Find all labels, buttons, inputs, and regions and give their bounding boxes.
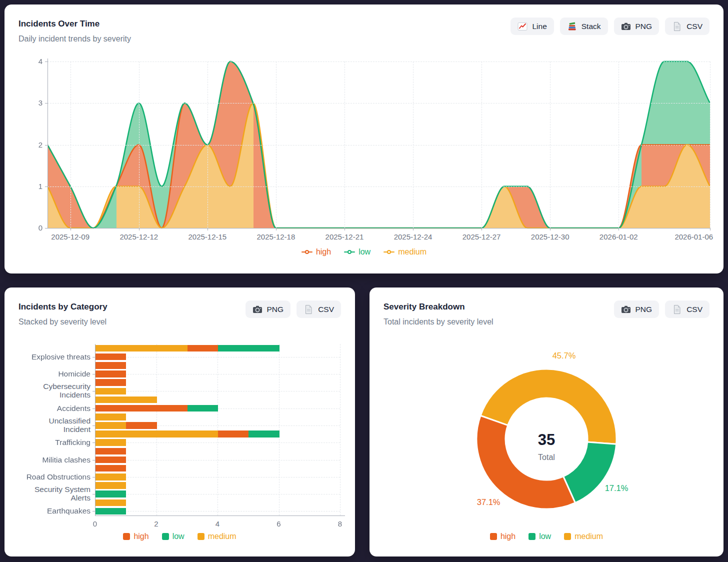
category-label: Homicide <box>58 370 90 378</box>
button-label: PNG <box>636 22 652 31</box>
legend-item-low[interactable]: low <box>162 532 184 541</box>
bar-segment-high[interactable] <box>188 345 218 352</box>
x-axis-tick <box>413 228 414 230</box>
donut-slice-high[interactable] <box>476 416 575 509</box>
y-axis-tick <box>45 228 48 228</box>
x-axis-label: 6 <box>276 520 280 528</box>
bar-segment-high[interactable] <box>96 370 126 378</box>
x-axis-label: 2025-12-18 <box>257 232 296 241</box>
gridline-horizontal <box>95 442 340 443</box>
legend-label: low <box>358 248 370 256</box>
legend-marker-dot <box>348 250 352 254</box>
csv-button[interactable]: CSV <box>296 300 341 318</box>
bar-segment-high[interactable] <box>218 430 248 438</box>
card-subtitle: Stacked by severity level <box>18 318 106 326</box>
category-label: Trafficking <box>55 438 90 447</box>
y-axis-line <box>95 344 96 516</box>
bar-segment-low[interactable] <box>96 490 126 498</box>
category-label: Security System Alerts <box>24 486 90 502</box>
bar-segment-medium[interactable] <box>96 439 126 446</box>
x-axis-label: 2 <box>154 520 158 528</box>
legend-item-high[interactable]: high <box>302 248 331 256</box>
gridline-vertical <box>344 62 345 228</box>
bar-segment-medium[interactable] <box>96 430 218 438</box>
gridline-vertical <box>139 62 140 228</box>
bar-segment-medium[interactable] <box>96 474 126 480</box>
bar-segment-medium[interactable] <box>96 345 188 352</box>
y-axis-tick <box>45 103 48 104</box>
gridline-vertical <box>218 344 218 516</box>
legend-marker-dot <box>387 250 391 254</box>
line-button[interactable]: Line <box>510 18 554 35</box>
legend-swatch <box>198 533 204 540</box>
legend-swatch <box>162 533 169 540</box>
y-axis-label: 4 <box>38 57 42 66</box>
chart-toolbar: PNGCSV <box>246 300 341 318</box>
camera-icon <box>621 22 631 32</box>
y-axis-label: 3 <box>38 98 42 107</box>
bar-segment-medium[interactable] <box>96 388 126 395</box>
x-axis-line <box>48 228 710 228</box>
x-axis-tick <box>550 228 550 230</box>
legend-item-medium[interactable]: medium <box>198 532 236 541</box>
x-axis-label: 4 <box>216 520 220 528</box>
bar-segment-medium[interactable] <box>96 414 126 420</box>
x-axis-tick <box>710 228 710 230</box>
gridline-vertical <box>710 62 710 228</box>
bar-segment-medium[interactable] <box>96 396 157 404</box>
x-axis-label: 2026-01-02 <box>600 232 638 241</box>
category-label: Road Obstructions <box>26 472 90 481</box>
donut-total-value: 35 <box>538 431 555 449</box>
bar-segment-low[interactable] <box>96 508 126 515</box>
x-axis-tick <box>618 228 619 230</box>
bar-segment-high[interactable] <box>96 448 126 455</box>
bar-segment-high[interactable] <box>96 379 126 386</box>
x-axis-label: 0 <box>93 520 97 528</box>
gridline-horizontal <box>95 357 340 358</box>
csv-button[interactable]: CSV <box>665 18 710 35</box>
gridline-horizontal <box>95 374 340 374</box>
gridline-horizontal <box>48 103 710 104</box>
bar-segment-high[interactable] <box>96 362 126 369</box>
bar-segment-high[interactable] <box>96 354 126 360</box>
bar-segment-medium[interactable] <box>96 422 126 429</box>
x-axis-tick <box>344 228 345 230</box>
gridline-vertical <box>279 344 280 516</box>
bar-segment-high[interactable] <box>96 456 126 464</box>
x-axis-tick <box>70 228 71 230</box>
gridline-horizontal <box>95 460 340 460</box>
severity-breakdown-card: Severity Breakdown Total incidents by se… <box>370 288 724 556</box>
x-axis-tick <box>276 228 276 230</box>
x-axis-tick <box>208 228 208 230</box>
gridline-horizontal <box>95 494 340 494</box>
bar-segment-low[interactable] <box>218 345 280 352</box>
x-axis-label: 2025-12-15 <box>188 232 226 241</box>
pie-percentage-label: 17.1% <box>605 484 628 493</box>
gridline-vertical <box>618 62 619 228</box>
bar-segment-medium[interactable] <box>96 482 126 489</box>
png-button[interactable]: PNG <box>614 18 660 35</box>
gridline-vertical <box>208 62 208 228</box>
y-axis-tick <box>45 62 48 62</box>
legend-item-high[interactable]: high <box>123 532 148 541</box>
button-label: Stack <box>582 22 601 31</box>
x-axis-line <box>95 516 345 516</box>
donut-total-label: Total <box>538 453 555 462</box>
bar-segment-high[interactable] <box>96 405 188 412</box>
bar-segment-high[interactable] <box>126 422 156 429</box>
bar-segment-high[interactable] <box>96 465 126 472</box>
png-button[interactable]: PNG <box>246 300 291 318</box>
stack-button[interactable]: Stack <box>560 18 608 35</box>
button-label: Line <box>532 22 546 31</box>
chart-legend: highlowmedium <box>4 248 724 256</box>
gridline-vertical <box>550 62 550 228</box>
legend-swatch <box>123 533 130 540</box>
legend-item-low[interactable]: low <box>344 248 370 256</box>
legend-item-medium[interactable]: medium <box>384 248 426 256</box>
x-axis-label: 2025-12-24 <box>394 232 432 241</box>
bar-segment-low[interactable] <box>248 430 279 438</box>
bar-segment-low[interactable] <box>188 405 218 412</box>
bar-segment-medium[interactable] <box>96 500 126 506</box>
pie-percentage-label: 45.7% <box>552 350 576 360</box>
legend-line-marker <box>344 250 355 254</box>
